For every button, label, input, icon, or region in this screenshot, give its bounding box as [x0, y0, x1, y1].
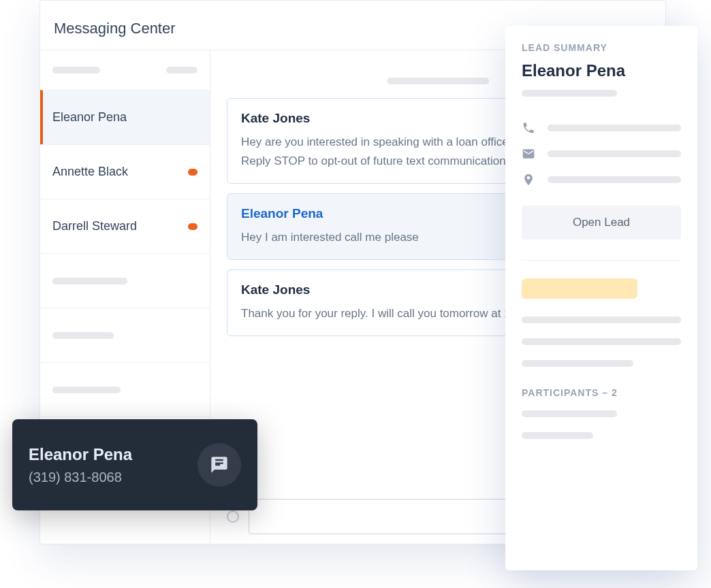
placeholder: [548, 125, 681, 131]
participants-heading: PARTICIPANTS – 2: [522, 387, 681, 398]
placeholder: [166, 67, 198, 74]
placeholder: [52, 387, 121, 393]
divider: [522, 260, 681, 261]
location-icon: [522, 173, 535, 186]
conversation-item[interactable]: [40, 253, 210, 308]
placeholder: [522, 90, 617, 97]
placeholder: [548, 176, 681, 183]
chat-icon[interactable]: [198, 443, 241, 487]
placeholder: [522, 316, 681, 323]
lead-email-row: [522, 147, 681, 161]
lead-name: Eleanor Pena: [522, 61, 681, 80]
open-lead-button[interactable]: Open Lead: [522, 206, 681, 240]
placeholder: [52, 278, 127, 284]
placeholder: [522, 432, 593, 439]
placeholder: [387, 78, 489, 84]
unread-dot-icon: [188, 223, 198, 230]
placeholder: [548, 150, 681, 157]
lead-phone-row: [522, 121, 681, 135]
contact-toast[interactable]: Eleanor Pena (319) 831-8068: [12, 419, 257, 510]
conversation-item[interactable]: Eleanor Pena: [40, 90, 210, 144]
conversation-name: Eleanor Pena: [52, 110, 127, 125]
phone-icon: [522, 121, 535, 135]
placeholder: [522, 338, 681, 345]
conversation-item[interactable]: [40, 308, 210, 362]
placeholder: [522, 360, 633, 367]
mail-icon: [522, 147, 535, 161]
sidebar-filter-row: [40, 50, 210, 90]
placeholder: [52, 332, 114, 339]
conversation-name: Darrell Steward: [52, 219, 137, 233]
lead-summary-heading: LEAD SUMMARY: [522, 42, 681, 53]
conversation-item[interactable]: Annette Black: [40, 144, 210, 199]
conversation-item[interactable]: Darrell Steward: [40, 199, 210, 253]
toast-phone: (319) 831-8068: [29, 470, 132, 485]
toast-name: Eleanor Pena: [29, 445, 132, 464]
lead-summary-panel: LEAD SUMMARY Eleanor Pena Open Lead PART…: [505, 26, 697, 570]
lead-location-row: [522, 173, 681, 186]
conversation-item[interactable]: [40, 362, 210, 416]
unread-dot-icon: [188, 169, 198, 176]
conversation-name: Annette Black: [52, 165, 128, 179]
attach-icon[interactable]: [227, 510, 239, 523]
placeholder: [52, 67, 100, 74]
status-badge: [522, 278, 637, 299]
placeholder: [522, 410, 617, 417]
